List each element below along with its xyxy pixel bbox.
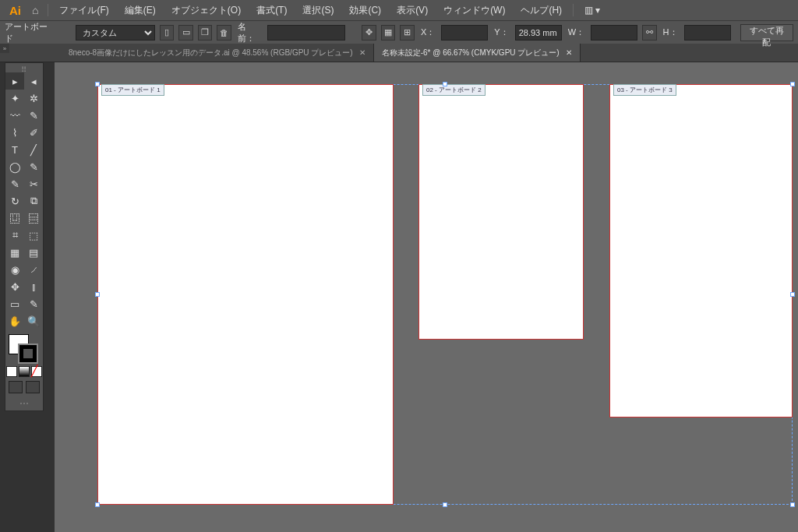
tool-button[interactable]: ✥ [5,278,24,295]
artboard[interactable]: 03 - アートボード 3 [609,84,793,417]
selection-handle[interactable] [790,502,795,507]
w-label: W： [567,26,586,38]
tool-mode-label: アートボード [5,21,52,44]
w-input[interactable] [591,25,637,41]
artboard-label: 02 - アートボード 2 [422,84,486,96]
tool-button[interactable]: ✎ [24,158,43,175]
tool-button[interactable]: ◉ [5,261,24,278]
stroke-swatch[interactable] [18,344,38,364]
tool-button[interactable]: ▭ [5,295,24,312]
tool-button[interactable]: ✎ [24,295,43,312]
tool-button[interactable]: ⬚ [24,227,43,244]
color-mode-gradient[interactable] [19,366,30,377]
tool-button[interactable]: 〰 [5,107,24,124]
delete-artboard-icon[interactable]: 🗑 [217,25,231,41]
selection-handle[interactable] [790,82,795,86]
selection-handle[interactable] [95,292,100,297]
tool-button[interactable]: T [5,141,24,158]
selection-handle[interactable] [95,502,100,507]
menu-object[interactable]: オブジェクト(O) [164,4,249,17]
tool-button[interactable]: ✎ [24,107,43,124]
selection-handle[interactable] [95,82,100,86]
x-input[interactable] [441,25,488,41]
close-icon[interactable]: ✕ [566,48,572,57]
options-icon[interactable]: ▦ [381,25,396,41]
expand-panels-icon[interactable]: » [0,44,9,53]
edit-toolbar-icon[interactable]: ⋯ [5,396,43,410]
artboard-name-input[interactable] [267,25,345,41]
menu-edit[interactable]: 編集(E) [117,4,164,17]
screen-mode-icon[interactable] [9,381,23,393]
tool-button[interactable]: ╱ [24,141,43,158]
tool-button[interactable]: ▸ [5,72,24,90]
menu-effect[interactable]: 効果(C) [341,4,389,17]
document-tab-title: 名称未設定-6* @ 66.67% (CMYK/GPU プレビュー) [382,48,560,58]
preset-select[interactable]: カスタム [76,25,155,41]
tool-button[interactable]: ▦ [5,244,24,261]
tool-button[interactable]: ✦ [5,90,24,107]
artboard[interactable]: 01 - アートボード 1 [97,84,394,505]
tool-button[interactable]: ✂ [24,175,43,192]
rearrange-all-button[interactable]: すべて再配 [740,24,794,41]
selection-handle[interactable] [443,82,447,86]
color-mode-solid[interactable] [6,366,17,377]
h-input[interactable] [684,25,731,41]
tool-button[interactable]: ▤ [24,244,43,261]
menu-type[interactable]: 書式(T) [249,4,295,17]
tool-button[interactable]: ⿳ [24,210,43,227]
tool-button[interactable]: ◂ [24,72,43,90]
x-label: X： [419,26,436,38]
tools-panel: ⠿ ▸◂✦✲〰✎⌇✐T╱◯✎✎✂↻⧉⿶⿳⌗⬚▦▤◉⟋✥⫿▭✎✋🔍 ╱ ⋯ [5,62,44,411]
tool-button[interactable]: ✐ [24,124,43,141]
fill-stroke-swatch[interactable] [5,333,44,365]
menu-window[interactable]: ウィンドウ(W) [436,4,513,17]
tool-button[interactable]: ⟋ [24,261,43,278]
link-wh-icon[interactable]: ⚯ [642,25,657,41]
move-with-art-icon[interactable]: ✥ [362,25,376,41]
tool-button[interactable]: ⫿ [24,278,43,295]
tool-button[interactable]: ✋ [5,312,24,329]
color-mode-none[interactable]: ╱ [31,366,42,377]
tool-button[interactable]: ⧉ [24,192,43,210]
document-tab[interactable]: 名称未設定-6* @ 66.67% (CMYK/GPU プレビュー) ✕ [374,44,581,62]
new-artboard-icon[interactable]: ❐ [198,25,213,41]
close-icon[interactable]: ✕ [359,48,365,57]
menu-help[interactable]: ヘルプ(H) [513,4,570,17]
orientation-portrait-icon[interactable]: ▯ [160,25,175,41]
tool-button[interactable]: ◯ [5,158,24,175]
selection-handle[interactable] [443,502,447,507]
menu-file[interactable]: ファイル(F) [51,4,116,17]
document-tab-title: 8neco-8画像だけにしたレッスン用のデータ.ai @ 48.56% (RGB… [69,48,353,58]
app-logo: Ai [5,4,26,17]
tool-button[interactable]: ✲ [24,90,43,107]
artboard[interactable]: 02 - アートボード 2 [418,84,584,340]
arrange-docs-icon[interactable]: ▥ ▾ [577,5,608,16]
tool-button[interactable]: ⌗ [5,227,24,244]
control-bar: アートボード カスタム ▯ ▭ ❐ 🗑 名前： ✥ ▦ ⊞ X： Y： W： ⚯… [0,20,798,44]
y-label: Y： [493,26,510,38]
menu-select[interactable]: 選択(S) [295,4,341,17]
y-input[interactable] [515,25,562,41]
orientation-landscape-icon[interactable]: ▭ [178,25,193,41]
tool-button[interactable]: ✎ [5,175,24,192]
tool-button[interactable]: ↻ [5,192,24,210]
name-label: 名前： [236,21,263,44]
change-screen-icon[interactable] [26,381,40,393]
menu-view[interactable]: 表示(V) [389,4,436,17]
selection-handle[interactable] [790,292,795,297]
tool-button[interactable]: ⌇ [5,124,24,141]
document-tabs: 8neco-8画像だけにしたレッスン用のデータ.ai @ 48.56% (RGB… [0,44,798,62]
document-tab[interactable]: 8neco-8画像だけにしたレッスン用のデータ.ai @ 48.56% (RGB… [61,44,374,62]
tool-button[interactable]: ⿶ [5,210,24,227]
panel-grip-icon[interactable]: ⠿ [5,66,43,72]
tool-button[interactable]: 🔍 [24,312,43,329]
artboard-label: 01 - アートボード 1 [101,84,164,96]
color-mode-row: ╱ [5,365,43,378]
artboard-label: 03 - アートボード 3 [613,84,676,96]
home-icon[interactable]: ⌂ [26,4,44,16]
reference-point-icon[interactable]: ⊞ [400,25,415,41]
menu-bar: Ai ⌂ ファイル(F) 編集(E) オブジェクト(O) 書式(T) 選択(S)… [0,0,798,20]
canvas[interactable]: 01 - アートボード 102 - アートボード 203 - アートボード 3 [55,62,798,532]
h-label: H： [662,26,680,38]
